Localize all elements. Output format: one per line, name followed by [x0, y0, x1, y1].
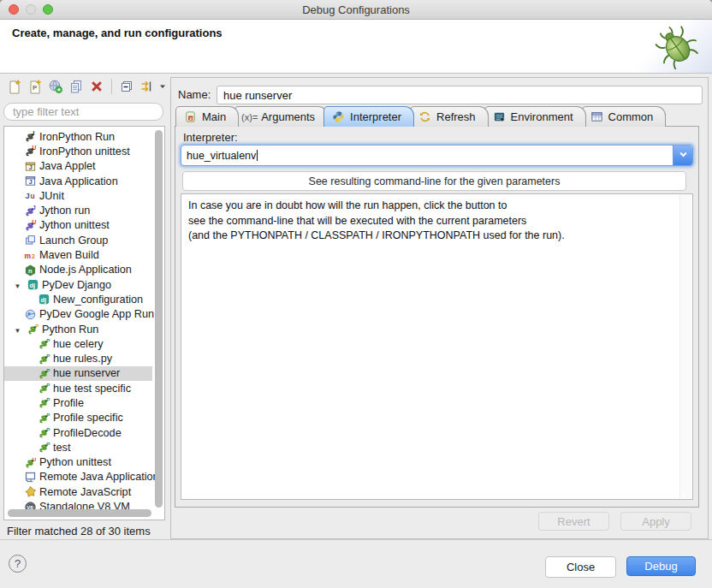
caret-down-icon[interactable] [12, 279, 23, 291]
duplicate-button[interactable] [67, 77, 86, 96]
tree-item[interactable]: Remote JavaScript [4, 484, 152, 499]
tree-item-label: Python Run [42, 324, 98, 336]
tab-common[interactable]: Common [582, 106, 667, 127]
ironpython-run-icon: I [23, 130, 37, 144]
tree-item[interactable]: Ptest [4, 440, 152, 454]
tree-item-label: Profile specific [53, 412, 123, 424]
tree-item-label: test [53, 442, 70, 454]
configuration-detail-pane: Name: pMain(x)=ArgumentsInterpreterRefre… [170, 77, 709, 539]
filter-match-status: Filter matched 28 of 30 items [7, 525, 151, 538]
tree-item[interactable]: nNode.js Application [4, 263, 152, 277]
text-cursor [257, 150, 258, 161]
toolbar-separator [111, 79, 112, 94]
tree-item[interactable]: JJava Application [4, 174, 152, 188]
chevron-down-icon [679, 149, 688, 162]
tree-item[interactable]: m2Maven Build [4, 247, 152, 262]
launch-group-icon [23, 234, 37, 247]
jython-unittest-icon: U [23, 218, 37, 232]
horizontal-scrollbar[interactable] [8, 509, 151, 517]
export-icon [48, 79, 63, 94]
new-configuration-button[interactable] [5, 77, 24, 96]
tree-item[interactable]: PProfileDecode [4, 425, 152, 440]
delete-button[interactable] [87, 77, 106, 96]
tree-item[interactable]: Phue test specific [4, 381, 152, 395]
tree-item[interactable]: djNew_configuration [4, 292, 152, 306]
pydev-django-icon: dj [37, 293, 50, 306]
tab-environment[interactable]: Environment [484, 106, 586, 127]
tree-item[interactable]: djPyDev Django [4, 277, 152, 292]
tree-item[interactable]: PPython Run [4, 322, 152, 336]
tree-item[interactable]: JuJUnit [4, 188, 152, 203]
footer-divider [0, 539, 712, 540]
tab-label: Common [608, 110, 654, 123]
tree-item[interactable]: UIronPython unittest [4, 144, 152, 158]
zoom-window-button[interactable] [43, 4, 53, 15]
tree-item[interactable]: UJython unittest [4, 218, 152, 233]
tree-item[interactable]: JJython run [4, 203, 152, 217]
tree-item-label: Launch Group [39, 235, 108, 246]
see-command-line-button[interactable]: See resulting command-line for the given… [182, 171, 686, 191]
tree-item-label: Remote Java Application [39, 471, 159, 483]
dropdown-arrow-icon [159, 83, 166, 90]
python-unittest-icon: U [23, 455, 37, 469]
collapse-all-button[interactable] [117, 77, 136, 96]
svg-text:p: p [189, 116, 192, 121]
svg-text:P: P [46, 426, 50, 432]
new-prototype-button[interactable]: P [26, 77, 44, 96]
tree-item-label: hue rules.py [53, 353, 112, 365]
debug-button[interactable]: Debug [626, 556, 696, 576]
tree-item-label: Python unittest [39, 456, 111, 468]
dialog-header: Create, manage, and run configurations [0, 20, 712, 74]
vertical-scrollbar[interactable] [155, 130, 163, 508]
new-config-icon [7, 79, 22, 94]
tree-item[interactable]: Phue rules.py [4, 351, 152, 365]
svg-text:P: P [33, 84, 38, 92]
apply-button[interactable]: Apply [620, 512, 691, 531]
tab-label: Environment [511, 110, 573, 123]
tab-refresh[interactable]: Refresh [410, 106, 489, 127]
python-config-icon: P [37, 411, 50, 425]
revert-button[interactable]: Revert [538, 512, 609, 531]
tree-item[interactable]: Phue runserver [4, 366, 152, 381]
tab-arguments[interactable]: (x)=Arguments [234, 106, 328, 127]
help-button[interactable]: ? [9, 555, 27, 573]
tab-interpreter[interactable]: Interpreter [323, 106, 414, 127]
tab-content: Interpreter: hue_virtualenv See resultin… [175, 126, 699, 508]
remote-js-icon [23, 485, 37, 499]
tree-item[interactable]: Phue celery [4, 336, 152, 351]
title-bar: Debug Configurations [0, 0, 712, 20]
interpreter-label: Interpreter: [183, 131, 238, 144]
tree-item[interactable]: UPython unittest [4, 455, 152, 470]
tab-main[interactable]: pMain [175, 106, 239, 127]
duplicate-icon [68, 79, 84, 94]
svg-text:dj: dj [40, 296, 46, 304]
svg-text:P: P [46, 396, 50, 402]
close-window-button[interactable] [9, 4, 19, 15]
info-scrollbar-track[interactable] [679, 195, 691, 498]
tab-label: Arguments [261, 110, 315, 123]
minimize-window-button[interactable] [26, 4, 36, 15]
collapse-all-icon [119, 79, 134, 94]
tree-item[interactable]: PyDev Google App Run [4, 307, 152, 322]
tree-item[interactable]: IIronPython Run [4, 129, 152, 144]
tree-item[interactable]: PProfile specific [4, 411, 152, 425]
window-title: Debug Configurations [302, 3, 410, 16]
tree-item-label: Jython unittest [39, 219, 110, 231]
close-button[interactable]: Close [545, 556, 616, 578]
tree-item[interactable]: Launch Group [4, 233, 152, 247]
filter-button[interactable] [138, 77, 157, 96]
tree-item-label: JUnit [39, 190, 64, 202]
svg-text:I: I [33, 130, 34, 136]
caret-down-icon[interactable] [12, 324, 23, 336]
tree-item-label: ProfileDecode [53, 427, 122, 439]
filter-menu-arrow[interactable] [158, 77, 167, 96]
filter-input[interactable] [3, 103, 163, 121]
combo-dropdown-button[interactable] [673, 146, 692, 165]
interpreter-combo[interactable]: hue_virtualenv [181, 145, 693, 166]
tree-item[interactable]: PProfile [4, 395, 152, 410]
tree-item-label: Node.js Application [39, 264, 132, 276]
export-configurations-button[interactable] [46, 77, 65, 96]
name-input[interactable] [217, 86, 703, 104]
tree-item[interactable]: Remote Java Application [4, 470, 152, 484]
tree-item[interactable]: JJava Applet [4, 159, 152, 174]
